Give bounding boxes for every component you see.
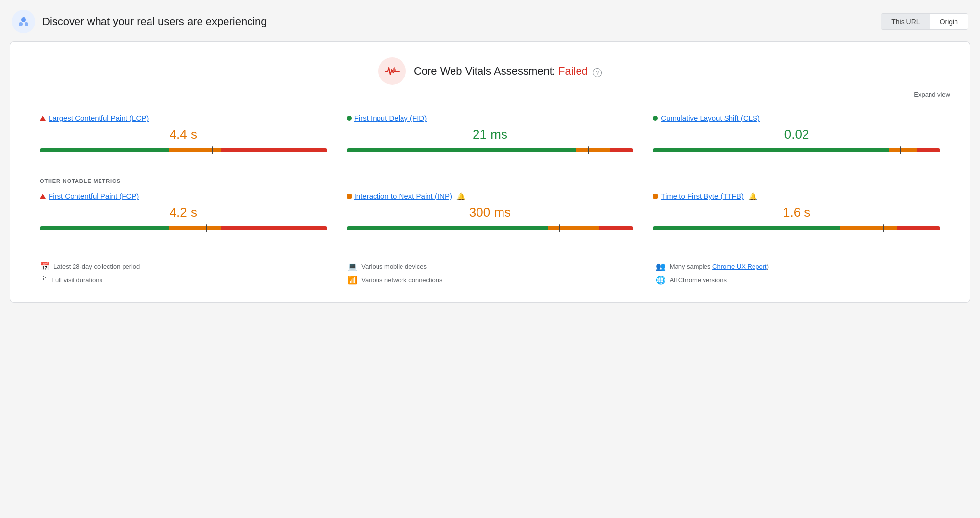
bar-marker-fid [588, 146, 589, 154]
metric-value-fid: 21 ms [347, 127, 634, 142]
bar-green-cls [653, 148, 888, 152]
bar-red-lcp [221, 148, 327, 152]
metric-bar-fid [347, 148, 634, 152]
footer-text: Latest 28-day collection period [53, 263, 140, 270]
metric-label-text-cls: Cumulative Layout Shift (CLS) [661, 114, 760, 122]
status-dot-icon [347, 116, 352, 121]
bar-orange-cls [889, 148, 918, 152]
bar-red-cls [917, 148, 940, 152]
metric-value-cls: 0.02 [653, 127, 940, 142]
bar-orange-inp [548, 226, 599, 230]
metric-label-text-inp: Interaction to Next Paint (INP) [354, 192, 452, 200]
info-footer: 📅Latest 28-day collection period⏱Full vi… [30, 252, 950, 286]
footer-col-1: 📅Latest 28-day collection period⏱Full vi… [30, 260, 334, 286]
header-left: Discover what your real users are experi… [12, 10, 267, 33]
bar-green-fcp [40, 226, 169, 230]
status-triangle-icon [40, 116, 46, 121]
metric-bar-ttfb [653, 226, 940, 230]
origin-button[interactable]: Origin [930, 14, 968, 29]
footer-item: 🌐All Chrome versions [646, 273, 950, 286]
footer-item: ⏱Full visit durations [30, 273, 334, 286]
metric-label-fid[interactable]: First Input Delay (FID) [347, 114, 634, 122]
footer-icon: 📶 [348, 275, 357, 285]
footer-col-2: 💻Various mobile devices📶Various network … [338, 260, 642, 286]
metric-value-inp: 300 ms [347, 205, 634, 220]
metric-label-cls[interactable]: Cumulative Layout Shift (CLS) [653, 114, 940, 122]
expand-view-button[interactable]: Expand view [30, 91, 950, 98]
assessment-title: Core Web Vitals Assessment: Failed ? [414, 65, 602, 78]
vitals-icon [378, 57, 406, 85]
metric-label-inp[interactable]: Interaction to Next Paint (INP) 🔔 [347, 192, 634, 200]
assessment-header: Core Web Vitals Assessment: Failed ? [30, 57, 950, 85]
assessment-status: Failed [558, 65, 588, 77]
metric-fid: First Input Delay (FID) 21 ms [337, 108, 644, 162]
bar-green-ttfb [653, 226, 840, 230]
metric-bar-lcp [40, 148, 327, 152]
metric-label-text-fcp: First Contentful Paint (FCP) [49, 192, 139, 200]
bar-green-inp [347, 226, 548, 230]
bar-red-fid [610, 148, 633, 152]
metric-ttfb: Time to First Byte (TTFB) 🔔 1.6 s [643, 186, 950, 240]
this-url-button[interactable]: This URL [881, 14, 930, 29]
page-header: Discover what your real users are experi… [10, 10, 970, 33]
metric-value-lcp: 4.4 s [40, 127, 327, 142]
footer-item: 📅Latest 28-day collection period [30, 260, 334, 273]
footer-col-3: 👥Many samples Chrome UX Report)🌐All Chro… [646, 260, 950, 286]
core-metrics-grid: Largest Contentful Paint (LCP) 4.4 s Fir… [30, 108, 950, 162]
footer-item: 💻Various mobile devices [338, 260, 642, 273]
bar-orange-fid [576, 148, 610, 152]
bar-red-fcp [221, 226, 327, 230]
status-square-icon [653, 194, 658, 199]
bar-orange-fcp [169, 226, 221, 230]
bar-marker-fcp [206, 224, 207, 232]
metric-label-text-fid: First Input Delay (FID) [354, 114, 427, 122]
status-triangle-icon [40, 194, 46, 199]
bar-red-ttfb [897, 226, 940, 230]
metric-bar-fcp [40, 226, 327, 230]
footer-icon: 👥 [656, 262, 666, 271]
metric-cls: Cumulative Layout Shift (CLS) 0.02 [643, 108, 950, 162]
footer-item: 📶Various network connections [338, 273, 642, 286]
metric-label-text-ttfb: Time to First Byte (TTFB) [661, 192, 744, 200]
footer-icon: 📅 [40, 262, 50, 271]
main-card: Core Web Vitals Assessment: Failed ? Exp… [10, 41, 970, 303]
svg-point-1 [19, 22, 23, 26]
footer-item: 👥Many samples Chrome UX Report) [646, 260, 950, 273]
url-toggle[interactable]: This URL Origin [881, 13, 968, 30]
chrome-ux-link[interactable]: Chrome UX Report [712, 263, 767, 270]
footer-icon: 🌐 [656, 275, 666, 285]
footer-text: All Chrome versions [670, 276, 727, 284]
other-metrics-grid: First Contentful Paint (FCP) 4.2 s Inter… [30, 186, 950, 240]
metric-label-ttfb[interactable]: Time to First Byte (TTFB) 🔔 [653, 192, 940, 200]
svg-point-2 [25, 22, 28, 26]
metric-value-fcp: 4.2 s [40, 205, 327, 220]
beta-icon: 🔔 [457, 192, 465, 200]
help-icon[interactable]: ? [593, 68, 602, 77]
metric-value-ttfb: 1.6 s [653, 205, 940, 220]
footer-text: Many samples Chrome UX Report) [670, 263, 769, 270]
metric-label-fcp[interactable]: First Contentful Paint (FCP) [40, 192, 327, 200]
footer-text: Full visit durations [51, 276, 102, 284]
bar-green-lcp [40, 148, 169, 152]
metric-inp: Interaction to Next Paint (INP) 🔔 300 ms [337, 186, 644, 240]
metrics-divider [30, 170, 950, 170]
footer-icon: 💻 [348, 262, 357, 271]
status-dot-icon [653, 116, 658, 121]
assessment-prefix: Core Web Vitals Assessment: [414, 65, 558, 77]
bar-red-inp [599, 226, 633, 230]
footer-text: Various network connections [361, 276, 442, 284]
metric-bar-inp [347, 226, 634, 230]
other-metrics-label: OTHER NOTABLE METRICS [40, 178, 940, 184]
footer-text: Various mobile devices [361, 263, 427, 270]
beta-icon: 🔔 [749, 192, 757, 200]
metric-label-text-lcp: Largest Contentful Paint (LCP) [49, 114, 149, 122]
footer-icon: ⏱ [40, 275, 48, 284]
bar-green-fid [347, 148, 577, 152]
bar-orange-ttfb [840, 226, 897, 230]
bar-marker-cls [900, 146, 901, 154]
svg-marker-3 [392, 67, 396, 71]
svg-point-0 [21, 17, 26, 22]
metric-label-lcp[interactable]: Largest Contentful Paint (LCP) [40, 114, 327, 122]
metric-lcp: Largest Contentful Paint (LCP) 4.4 s [30, 108, 337, 162]
status-square-icon [347, 194, 352, 199]
